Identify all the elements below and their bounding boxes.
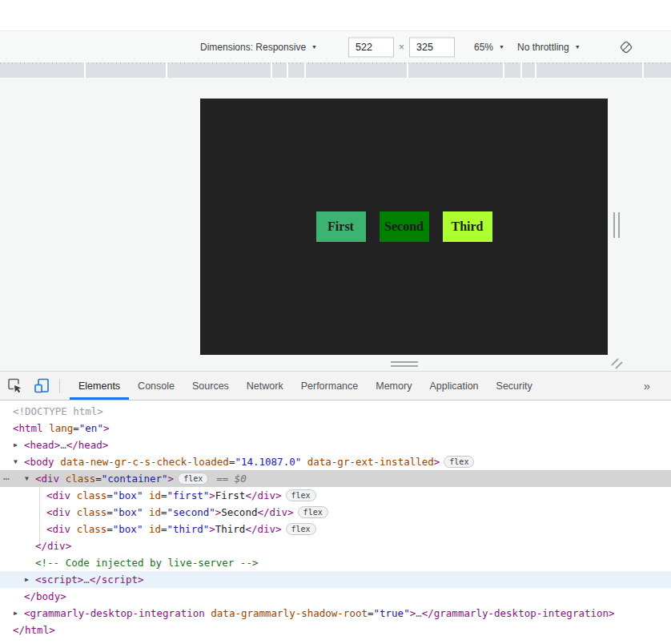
code-token: "box" (113, 489, 143, 501)
flex-badge[interactable]: flex (286, 489, 316, 501)
toolbar-separator (59, 379, 60, 393)
toggle-device-toolbar-button[interactable] (30, 375, 53, 397)
code-token: <html (13, 422, 43, 434)
more-tabs-button[interactable]: » (644, 379, 650, 392)
code-token: </div> (35, 540, 71, 552)
tab-memory[interactable]: Memory (367, 372, 420, 400)
tab-console[interactable]: Console (129, 372, 183, 400)
code-token: = (95, 473, 102, 485)
device-toolbar-icon (34, 378, 50, 393)
code-token: <grammarly-desktop-integration (24, 607, 205, 619)
tree-row[interactable]: ▶<head>…</head> (0, 437, 671, 453)
ruler (0, 62, 671, 78)
ruler-tick (503, 62, 504, 78)
dimensions-label: Dimensions: Responsive (200, 42, 306, 53)
devtools-tabbar: ElementsConsoleSourcesNetworkPerformance… (0, 371, 671, 400)
tree-row[interactable]: </html> (0, 622, 671, 638)
chevron-down-icon: ▼ (499, 44, 504, 50)
tree-row[interactable]: <!-- Code injected by live-server --> (0, 554, 671, 571)
tab-performance[interactable]: Performance (292, 372, 368, 400)
multiply-sign: × (399, 42, 404, 53)
code-token: <!-- Code injected by live-server --> (35, 557, 258, 569)
code-token: "en" (79, 422, 103, 434)
tab-sources[interactable]: Sources (183, 372, 238, 400)
tree-row[interactable]: ▼<body data-new-gr-c-s-check-loaded="14.… (0, 453, 671, 470)
code-token: <head> (24, 439, 60, 451)
tab-network[interactable]: Network (238, 372, 292, 400)
tree-row[interactable]: <div class="box" id="first">First</div>f… (0, 487, 671, 504)
code-token: </body> (24, 590, 66, 602)
code-token: </script> (90, 574, 144, 586)
tree-row[interactable]: <div class="box" id="second">Second</div… (0, 504, 671, 521)
expand-arrow-icon[interactable]: ▶ (14, 605, 24, 622)
ruler-tick (271, 62, 272, 78)
code-token: "third" (167, 523, 210, 535)
collapse-arrow-icon[interactable]: ▼ (25, 470, 35, 487)
code-token: "box" (113, 523, 143, 535)
code-token: "container" (102, 473, 168, 485)
code-token: … (60, 439, 66, 451)
tab-security[interactable]: Security (488, 372, 541, 400)
tree-row[interactable]: </body> (0, 588, 671, 605)
tree-row[interactable]: ▶<grammarly-desktop-integration data-gra… (0, 605, 671, 622)
code-token: = (106, 489, 113, 501)
code-token: </div> (257, 506, 293, 518)
code-token: <div (46, 523, 70, 535)
code-token: id (143, 489, 161, 501)
tree-row[interactable]: <!DOCTYPE html> (0, 403, 671, 420)
tab-elements[interactable]: Elements (70, 372, 129, 400)
throttling-dropdown[interactable]: No throttling ▼ (517, 31, 581, 62)
width-input[interactable] (348, 37, 394, 57)
tab-application[interactable]: Application (420, 372, 487, 400)
devtools-tabs: ElementsConsoleSourcesNetworkPerformance… (70, 372, 541, 400)
flex-badge[interactable]: flex (298, 506, 328, 518)
code-token: Second (221, 506, 257, 518)
code-token: … (83, 574, 90, 586)
code-token: … (416, 607, 422, 619)
stage: FirstSecondThird (0, 78, 671, 371)
collapse-arrow-icon[interactable]: ▼ (14, 453, 24, 470)
code-token: = (368, 607, 374, 619)
flex-badge[interactable]: flex (444, 456, 474, 468)
tree-row[interactable]: <div class="box" id="third">Third</div>f… (0, 521, 671, 537)
code-token: = (106, 506, 113, 518)
code-token: data-grammarly-shadow-root (205, 607, 368, 619)
tree-row[interactable]: <html lang="en"> (0, 420, 671, 437)
code-token: Third (215, 523, 246, 535)
tree-row[interactable]: </div> (0, 537, 671, 554)
zoom-dropdown[interactable]: 65% ▼ (474, 31, 504, 62)
expand-arrow-icon[interactable]: ▶ (25, 571, 35, 588)
flex-badge[interactable]: flex (286, 523, 316, 535)
code-token: data-gr-ext-installed (301, 456, 434, 468)
code-token: class (70, 489, 106, 501)
code-token: <!DOCTYPE html> (13, 405, 103, 417)
tree-row[interactable]: ⋯▼<div class="container">flex== $0 (0, 470, 671, 487)
zoom-value: 65% (474, 42, 493, 53)
code-token: class (59, 473, 95, 485)
height-input[interactable] (409, 37, 455, 57)
code-token: </html> (13, 624, 55, 636)
dimensions-dropdown[interactable]: Dimensions: Responsive ▼ (200, 31, 317, 62)
viewport-bottom-resize-handle[interactable] (391, 361, 418, 367)
code-token: <body (24, 456, 54, 468)
ruler-tick (535, 62, 536, 78)
tree-row[interactable]: ▶<script>…</script> (0, 571, 671, 588)
inspect-element-button[interactable] (3, 375, 26, 397)
rotate-viewport-button[interactable] (617, 38, 635, 56)
ruler-tick (520, 62, 522, 78)
code-token: = (106, 523, 113, 535)
viewport-right-resize-handle[interactable] (613, 212, 620, 238)
code-token: > (168, 473, 175, 485)
ruler-tick (166, 62, 167, 78)
row-overflow-dots[interactable]: ⋯ (3, 470, 10, 487)
expand-arrow-icon[interactable]: ▶ (14, 437, 24, 453)
code-token: "second" (167, 506, 215, 518)
code-token: </div> (245, 489, 281, 501)
chevron-down-icon: ▼ (575, 44, 581, 50)
viewport-box-third: Third (443, 211, 492, 242)
code-token: = (161, 489, 167, 501)
flex-badge[interactable]: flex (178, 473, 208, 485)
code-token: > (209, 489, 215, 501)
code-token: "box" (113, 506, 143, 518)
device-mode-toolbar: Dimensions: Responsive ▼ × 65% ▼ No thro… (0, 31, 671, 62)
